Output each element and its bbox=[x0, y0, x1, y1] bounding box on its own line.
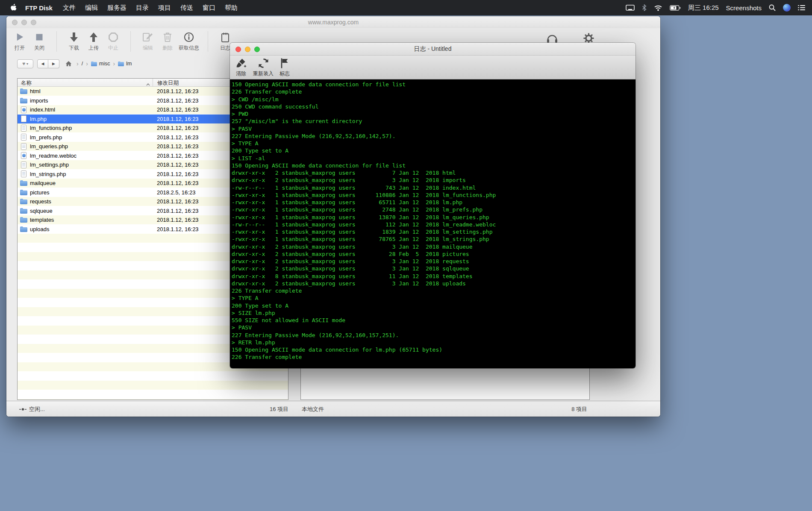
back-button[interactable]: ◀ bbox=[37, 59, 48, 68]
breadcrumb-item-misc[interactable]: misc bbox=[90, 61, 112, 67]
breadcrumb-item-lm[interactable]: lm bbox=[117, 61, 133, 67]
column-header-name[interactable]: 名称 bbox=[18, 79, 153, 86]
file-date: 2018.1.12, 16:23 bbox=[153, 134, 199, 141]
brush-icon bbox=[235, 58, 247, 69]
search-icon[interactable] bbox=[769, 4, 776, 11]
notification-center-icon[interactable] bbox=[798, 5, 805, 11]
file-date: 2018.1.12, 16:23 bbox=[153, 217, 199, 223]
main-window-title: www.maxprog.com bbox=[308, 19, 359, 26]
menu-item-窗口[interactable]: 窗口 bbox=[203, 4, 215, 12]
wifi-icon[interactable] bbox=[654, 5, 662, 11]
menu-item-帮助[interactable]: 帮助 bbox=[225, 4, 238, 12]
file-name: index.html bbox=[30, 106, 55, 113]
favorites-button[interactable]: ♥ ▾ bbox=[17, 59, 33, 68]
main-titlebar[interactable]: www.maxprog.com bbox=[6, 16, 660, 28]
folder-icon bbox=[20, 208, 27, 214]
file-name: lm_prefs.php bbox=[30, 134, 62, 141]
flag-icon bbox=[280, 58, 289, 69]
menubar: FTP Disk 文件编辑服务器目录项目传送窗口帮助 周三 16:25 Scre… bbox=[0, 0, 812, 15]
menubar-app-name[interactable]: FTP Disk bbox=[25, 4, 53, 12]
breadcrumb-separator: › bbox=[84, 60, 90, 67]
zoom-window-button[interactable] bbox=[31, 20, 36, 25]
local-files-label: 本地文件 bbox=[302, 405, 324, 413]
folder-icon bbox=[20, 88, 27, 94]
get-info-button[interactable]: 获取信息 bbox=[177, 29, 200, 52]
path-control: ›/›misc›lm bbox=[64, 59, 133, 68]
remote-item-count: 16 项目 bbox=[237, 405, 288, 413]
apple-menu-icon[interactable] bbox=[10, 4, 17, 12]
breadcrumb-item-/[interactable]: / bbox=[80, 61, 84, 67]
file-name: mailqueue bbox=[30, 180, 56, 186]
arrow-right-icon: ▶ bbox=[52, 62, 55, 66]
breadcrumb-item-home[interactable] bbox=[64, 61, 75, 67]
clear-button[interactable]: 清除 bbox=[235, 58, 247, 77]
display-icon[interactable] bbox=[626, 5, 635, 11]
edit-button: 编辑 bbox=[138, 29, 158, 52]
menu-item-目录[interactable]: 目录 bbox=[136, 4, 149, 12]
flag-button[interactable]: 标志 bbox=[279, 58, 290, 77]
upload-button[interactable]: 上传 bbox=[84, 29, 103, 52]
menu-item-项目[interactable]: 项目 bbox=[158, 4, 171, 12]
file-name: lm_queries.php bbox=[30, 143, 68, 150]
sort-ascending-icon bbox=[146, 81, 150, 87]
close-button[interactable]: 关闭 bbox=[29, 29, 49, 52]
menubar-screenshots-item[interactable]: Screenshots bbox=[726, 4, 762, 12]
file-name: uploads bbox=[30, 226, 50, 232]
file-name: templates bbox=[30, 217, 54, 223]
script-icon bbox=[21, 143, 26, 150]
menubar-status-area: 周三 16:25 Screenshots bbox=[626, 4, 805, 12]
file-date: 2018.1.12, 16:23 bbox=[153, 116, 199, 122]
breadcrumb-separator: › bbox=[75, 60, 80, 67]
bluetooth-icon[interactable] bbox=[642, 4, 647, 11]
folder-icon bbox=[91, 62, 97, 66]
arrow-left-icon: ◀ bbox=[41, 62, 44, 66]
home-icon bbox=[65, 61, 72, 67]
folder-icon bbox=[20, 226, 27, 232]
file-date: 2018.1.12, 16:23 bbox=[153, 162, 199, 168]
connection-status-icon bbox=[19, 406, 26, 413]
menu-item-传送[interactable]: 传送 bbox=[180, 4, 193, 12]
file-name: lm.php bbox=[30, 116, 47, 122]
minimize-window-button[interactable] bbox=[21, 20, 27, 25]
folder-icon bbox=[20, 217, 27, 223]
battery-icon[interactable] bbox=[670, 5, 681, 11]
open-button[interactable]: 打开 bbox=[10, 29, 29, 52]
page-icon bbox=[21, 115, 26, 122]
folder-icon bbox=[20, 180, 27, 186]
file-date: 2018.1.12, 16:23 bbox=[153, 226, 199, 232]
toolbar-separator bbox=[130, 31, 131, 52]
forward-button[interactable]: ▶ bbox=[48, 59, 59, 68]
file-name: lm_readme.webloc bbox=[30, 153, 76, 159]
file-date: 2018.1.12, 16:23 bbox=[153, 125, 199, 131]
file-date: 2018.1.12, 16:23 bbox=[153, 88, 199, 94]
log-toolbar: 清除重新装入标志 bbox=[230, 56, 635, 79]
siri-icon[interactable] bbox=[783, 4, 791, 12]
arrow-up-icon bbox=[88, 30, 99, 44]
file-date: 2018.1.12, 16:23 bbox=[153, 106, 199, 113]
log-traffic-lights bbox=[235, 47, 260, 52]
file-date: 2018.1.12, 16:23 bbox=[153, 198, 199, 205]
menu-item-编辑[interactable]: 编辑 bbox=[85, 4, 98, 12]
menubar-clock[interactable]: 周三 16:25 bbox=[688, 4, 719, 12]
file-name: html bbox=[30, 88, 41, 94]
log-titlebar[interactable]: 日志 - Untitled bbox=[230, 43, 635, 56]
close-window-button[interactable] bbox=[12, 20, 18, 25]
log-terminal[interactable]: 150 Opening ASCII mode data connection f… bbox=[230, 79, 635, 368]
arrow-down-icon bbox=[69, 30, 79, 44]
menu-item-文件[interactable]: 文件 bbox=[63, 4, 76, 12]
breadcrumb-separator: › bbox=[112, 60, 117, 67]
file-date: 2018.1.12, 16:23 bbox=[153, 208, 199, 214]
local-item-count: 8 项目 bbox=[536, 405, 587, 413]
info-icon bbox=[184, 30, 194, 44]
download-button[interactable]: 下载 bbox=[64, 29, 84, 52]
reload-button[interactable]: 重新装入 bbox=[253, 58, 274, 77]
folder-icon bbox=[20, 199, 27, 204]
close-window-button[interactable] bbox=[235, 47, 241, 52]
menu-item-服务器[interactable]: 服务器 bbox=[107, 4, 127, 12]
trash-icon bbox=[163, 30, 172, 44]
minimize-window-button[interactable] bbox=[245, 47, 250, 52]
script-icon bbox=[21, 125, 26, 132]
folder-icon bbox=[118, 62, 124, 66]
zoom-window-button[interactable] bbox=[254, 47, 260, 52]
log-window: 日志 - Untitled 清除重新装入标志 150 Opening ASCII… bbox=[230, 43, 635, 368]
